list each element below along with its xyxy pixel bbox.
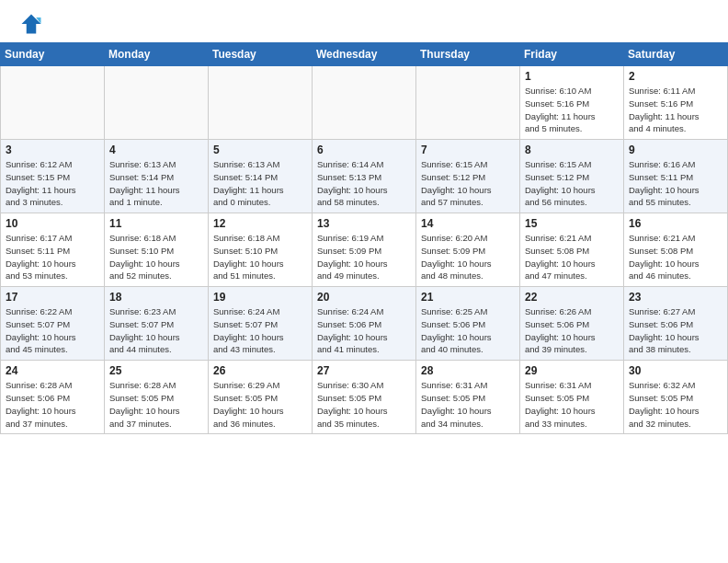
day-info: Sunrise: 6:29 AM Sunset: 5:05 PM Dayligh…: [213, 379, 307, 430]
day-info: Sunrise: 6:18 AM Sunset: 5:10 PM Dayligh…: [109, 232, 203, 282]
day-number: 4: [109, 144, 203, 156]
day-info: Sunrise: 6:19 AM Sunset: 5:09 PM Dayligh…: [317, 232, 411, 282]
weekday-thursday: Thursday: [416, 43, 520, 66]
weekday-wednesday: Wednesday: [313, 43, 416, 66]
day-number: 8: [525, 144, 619, 156]
day-cell: 25Sunrise: 6:28 AM Sunset: 5:05 PM Dayli…: [105, 361, 209, 434]
day-info: Sunrise: 6:18 AM Sunset: 5:10 PM Dayligh…: [213, 232, 307, 282]
day-info: Sunrise: 6:13 AM Sunset: 5:14 PM Dayligh…: [213, 158, 307, 209]
day-number: 24: [6, 364, 99, 377]
day-number: 19: [213, 291, 307, 304]
day-info: Sunrise: 6:28 AM Sunset: 5:05 PM Dayligh…: [109, 379, 203, 430]
day-cell: [105, 66, 209, 140]
day-cell: 15Sunrise: 6:21 AM Sunset: 5:08 PM Dayli…: [520, 213, 624, 287]
day-info: Sunrise: 6:23 AM Sunset: 5:07 PM Dayligh…: [109, 305, 203, 356]
day-cell: 26Sunrise: 6:29 AM Sunset: 5:05 PM Dayli…: [209, 361, 313, 434]
day-number: 11: [109, 217, 203, 230]
day-cell: 12Sunrise: 6:18 AM Sunset: 5:10 PM Dayli…: [209, 213, 313, 287]
weekday-header: SundayMondayTuesdayWednesdayThursdayFrid…: [1, 43, 728, 66]
day-cell: 23Sunrise: 6:27 AM Sunset: 5:06 PM Dayli…: [624, 287, 728, 361]
day-info: Sunrise: 6:12 AM Sunset: 5:15 PM Dayligh…: [6, 158, 99, 209]
day-number: 9: [629, 144, 722, 156]
day-number: 5: [213, 144, 307, 156]
day-number: 12: [213, 217, 307, 230]
day-info: Sunrise: 6:22 AM Sunset: 5:07 PM Dayligh…: [6, 305, 99, 356]
day-number: 13: [317, 217, 411, 230]
day-cell: 18Sunrise: 6:23 AM Sunset: 5:07 PM Dayli…: [105, 287, 209, 361]
day-number: 7: [421, 144, 515, 156]
day-info: Sunrise: 6:17 AM Sunset: 5:11 PM Dayligh…: [6, 232, 99, 282]
day-info: Sunrise: 6:24 AM Sunset: 5:07 PM Dayligh…: [213, 305, 307, 356]
day-info: Sunrise: 6:16 AM Sunset: 5:11 PM Dayligh…: [629, 158, 722, 209]
week-row-1: 3Sunrise: 6:12 AM Sunset: 5:15 PM Daylig…: [1, 140, 728, 213]
day-cell: 13Sunrise: 6:19 AM Sunset: 5:09 PM Dayli…: [313, 213, 416, 287]
day-info: Sunrise: 6:27 AM Sunset: 5:06 PM Dayligh…: [629, 305, 722, 356]
week-row-4: 24Sunrise: 6:28 AM Sunset: 5:06 PM Dayli…: [1, 361, 728, 434]
day-number: 10: [6, 217, 99, 230]
day-info: Sunrise: 6:15 AM Sunset: 5:12 PM Dayligh…: [525, 158, 619, 209]
svg-marker-0: [22, 15, 41, 34]
day-cell: 9Sunrise: 6:16 AM Sunset: 5:11 PM Daylig…: [624, 140, 728, 213]
day-info: Sunrise: 6:10 AM Sunset: 5:16 PM Dayligh…: [525, 85, 619, 135]
day-cell: 19Sunrise: 6:24 AM Sunset: 5:07 PM Dayli…: [209, 287, 313, 361]
day-info: Sunrise: 6:21 AM Sunset: 5:08 PM Dayligh…: [629, 232, 722, 282]
day-cell: 28Sunrise: 6:31 AM Sunset: 5:05 PM Dayli…: [416, 361, 520, 434]
day-cell: 7Sunrise: 6:15 AM Sunset: 5:12 PM Daylig…: [416, 140, 520, 213]
day-cell: 30Sunrise: 6:32 AM Sunset: 5:05 PM Dayli…: [624, 361, 728, 434]
day-info: Sunrise: 6:32 AM Sunset: 5:05 PM Dayligh…: [629, 379, 722, 430]
day-info: Sunrise: 6:30 AM Sunset: 5:05 PM Dayligh…: [317, 379, 411, 430]
day-cell: 10Sunrise: 6:17 AM Sunset: 5:11 PM Dayli…: [1, 213, 105, 287]
day-info: Sunrise: 6:25 AM Sunset: 5:06 PM Dayligh…: [421, 305, 515, 356]
day-info: Sunrise: 6:20 AM Sunset: 5:09 PM Dayligh…: [421, 232, 515, 282]
day-info: Sunrise: 6:14 AM Sunset: 5:13 PM Dayligh…: [317, 158, 411, 209]
day-cell: 16Sunrise: 6:21 AM Sunset: 5:08 PM Dayli…: [624, 213, 728, 287]
day-cell: 11Sunrise: 6:18 AM Sunset: 5:10 PM Dayli…: [105, 213, 209, 287]
day-cell: 1Sunrise: 6:10 AM Sunset: 5:16 PM Daylig…: [520, 66, 624, 140]
day-number: 6: [317, 144, 411, 156]
day-number: 28: [421, 364, 515, 377]
week-row-0: 1Sunrise: 6:10 AM Sunset: 5:16 PM Daylig…: [1, 66, 728, 140]
day-number: 22: [525, 291, 619, 304]
day-number: 27: [317, 364, 411, 377]
day-info: Sunrise: 6:31 AM Sunset: 5:05 PM Dayligh…: [525, 379, 619, 430]
header: [0, 0, 728, 42]
day-number: 15: [525, 217, 619, 230]
logo: [17, 11, 44, 37]
day-number: 18: [109, 291, 203, 304]
day-cell: 24Sunrise: 6:28 AM Sunset: 5:06 PM Dayli…: [1, 361, 105, 434]
day-cell: 21Sunrise: 6:25 AM Sunset: 5:06 PM Dayli…: [416, 287, 520, 361]
day-cell: 5Sunrise: 6:13 AM Sunset: 5:14 PM Daylig…: [209, 140, 313, 213]
day-cell: 20Sunrise: 6:24 AM Sunset: 5:06 PM Dayli…: [313, 287, 416, 361]
day-cell: 3Sunrise: 6:12 AM Sunset: 5:15 PM Daylig…: [1, 140, 105, 213]
day-cell: [209, 66, 313, 140]
weekday-monday: Monday: [105, 43, 209, 66]
day-number: 2: [629, 70, 722, 83]
day-number: 16: [629, 217, 722, 230]
day-number: 17: [6, 291, 99, 304]
day-cell: [1, 66, 105, 140]
weekday-tuesday: Tuesday: [209, 43, 313, 66]
day-info: Sunrise: 6:15 AM Sunset: 5:12 PM Dayligh…: [421, 158, 515, 209]
week-row-3: 17Sunrise: 6:22 AM Sunset: 5:07 PM Dayli…: [1, 287, 728, 361]
day-cell: 17Sunrise: 6:22 AM Sunset: 5:07 PM Dayli…: [1, 287, 105, 361]
day-number: 23: [629, 291, 722, 304]
day-number: 30: [629, 364, 722, 377]
day-number: 26: [213, 364, 307, 377]
day-info: Sunrise: 6:28 AM Sunset: 5:06 PM Dayligh…: [6, 379, 99, 430]
day-info: Sunrise: 6:13 AM Sunset: 5:14 PM Dayligh…: [109, 158, 203, 209]
day-number: 20: [317, 291, 411, 304]
day-cell: 14Sunrise: 6:20 AM Sunset: 5:09 PM Dayli…: [416, 213, 520, 287]
day-cell: 29Sunrise: 6:31 AM Sunset: 5:05 PM Dayli…: [520, 361, 624, 434]
day-cell: 27Sunrise: 6:30 AM Sunset: 5:05 PM Dayli…: [313, 361, 416, 434]
day-cell: [416, 66, 520, 140]
day-number: 14: [421, 217, 515, 230]
day-cell: [313, 66, 416, 140]
day-number: 25: [109, 364, 203, 377]
weekday-sunday: Sunday: [1, 43, 105, 66]
day-cell: 2Sunrise: 6:11 AM Sunset: 5:16 PM Daylig…: [624, 66, 728, 140]
logo-icon: [18, 11, 44, 37]
day-cell: 4Sunrise: 6:13 AM Sunset: 5:14 PM Daylig…: [105, 140, 209, 213]
calendar-body: 1Sunrise: 6:10 AM Sunset: 5:16 PM Daylig…: [1, 66, 728, 434]
calendar: SundayMondayTuesdayWednesdayThursdayFrid…: [0, 42, 728, 434]
day-cell: 8Sunrise: 6:15 AM Sunset: 5:12 PM Daylig…: [520, 140, 624, 213]
